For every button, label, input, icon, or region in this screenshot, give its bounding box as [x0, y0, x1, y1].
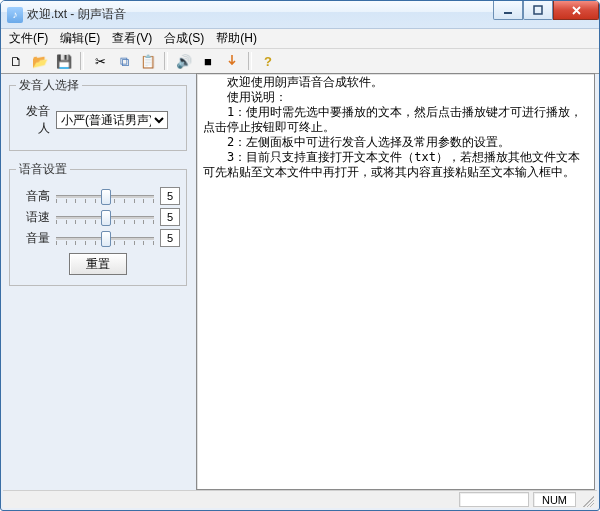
toolbar-separator: [164, 52, 168, 70]
menubar: 文件(F) 编辑(E) 查看(V) 合成(S) 帮助(H): [1, 29, 599, 49]
speed-slider[interactable]: [56, 209, 154, 225]
cut-button[interactable]: ✂: [89, 50, 111, 72]
volume-label: 音量: [16, 230, 50, 247]
copy-button[interactable]: ⧉: [113, 50, 135, 72]
maximize-button[interactable]: [523, 1, 553, 20]
close-button[interactable]: [553, 1, 599, 20]
pitch-label: 音高: [16, 188, 50, 205]
pitch-row: 音高 5: [16, 187, 180, 205]
volume-row: 音量 5: [16, 229, 180, 247]
statusbar: NUM: [3, 490, 597, 508]
voice-group: 发音人选择 发音人 小严(普通话男声): [9, 77, 187, 151]
menu-view[interactable]: 查看(V): [112, 30, 152, 47]
save-file-button[interactable]: 💾: [53, 50, 75, 72]
minimize-button[interactable]: [493, 1, 523, 20]
sidebar: 发音人选择 发音人 小严(普通话男声) 语音设置 音高: [5, 73, 193, 490]
window-title: 欢迎.txt - 朗声语音: [27, 6, 126, 23]
pitch-value: 5: [160, 187, 180, 205]
window-buttons: [493, 1, 599, 20]
titlebar: ♪ 欢迎.txt - 朗声语音: [1, 1, 599, 29]
svg-rect-1: [534, 6, 542, 14]
pitch-slider[interactable]: [56, 188, 154, 204]
reset-button[interactable]: 重置: [69, 253, 127, 275]
resize-grip-icon[interactable]: [580, 493, 594, 507]
settings-legend: 语音设置: [16, 161, 70, 178]
app-window: ♪ 欢迎.txt - 朗声语音 文件(F) 编辑(E) 查看(V) 合成(S) …: [0, 0, 600, 511]
help-button[interactable]: ?: [257, 50, 279, 72]
toolbar-separator: [80, 52, 84, 70]
play-button[interactable]: [221, 50, 243, 72]
status-numlock: NUM: [533, 492, 576, 507]
text-area[interactable]: 欢迎使用朗声语音合成软件。 使用说明： 1：使用时需先选中要播放的文本，然后点击…: [196, 73, 595, 490]
open-file-button[interactable]: 📂: [29, 50, 51, 72]
voice-legend: 发音人选择: [16, 77, 82, 94]
body: 发音人选择 发音人 小严(普通话男声) 语音设置 音高: [5, 73, 595, 490]
menu-file[interactable]: 文件(F): [9, 30, 48, 47]
speed-label: 语速: [16, 209, 50, 226]
paste-button[interactable]: 📋: [137, 50, 159, 72]
volume-value: 5: [160, 229, 180, 247]
menu-synth[interactable]: 合成(S): [164, 30, 204, 47]
settings-group: 语音设置 音高 5 语速: [9, 161, 187, 286]
toolbar-separator: [248, 52, 252, 70]
voice-label: 发音人: [16, 103, 50, 137]
menu-edit[interactable]: 编辑(E): [60, 30, 100, 47]
menu-help[interactable]: 帮助(H): [216, 30, 257, 47]
volume-slider[interactable]: [56, 230, 154, 246]
speed-row: 语速 5: [16, 208, 180, 226]
status-cell-empty: [459, 492, 529, 507]
new-file-button[interactable]: 🗋: [5, 50, 27, 72]
toolbar: 🗋 📂 💾 ✂ ⧉ 📋 🔊 ■ ?: [1, 49, 599, 74]
voice-select[interactable]: 小严(普通话男声): [56, 111, 168, 129]
stop-button[interactable]: ■: [197, 50, 219, 72]
svg-rect-0: [504, 12, 512, 14]
speed-value: 5: [160, 208, 180, 226]
speaker-button[interactable]: 🔊: [173, 50, 195, 72]
app-icon: ♪: [7, 7, 23, 23]
